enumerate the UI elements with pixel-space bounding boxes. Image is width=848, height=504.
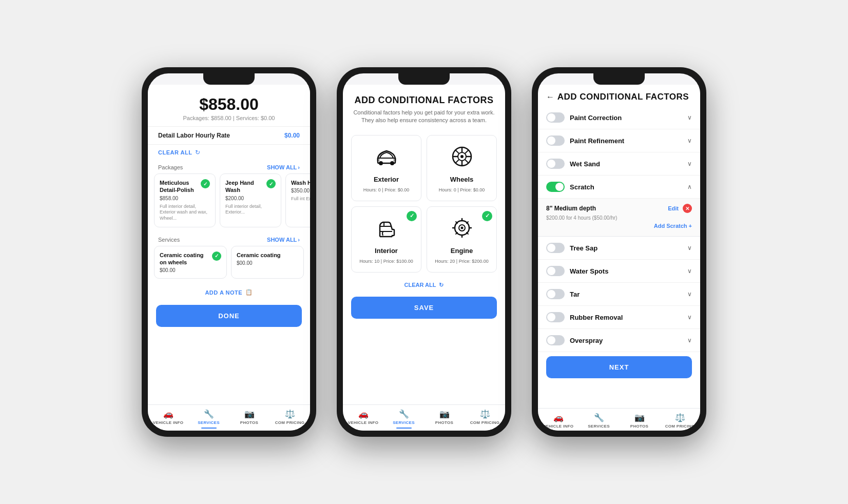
- package-price-1: $200.00: [225, 196, 276, 201]
- p2-clear-row[interactable]: CLEAR ALL ↻: [343, 278, 505, 293]
- p2-nav-vehicle[interactable]: 🚗 VEHICLE INFO: [343, 409, 383, 429]
- factor-card-engine[interactable]: ✓: [427, 206, 497, 273]
- p1-add-note[interactable]: ADD A NOTE 📋: [148, 284, 310, 301]
- p3-nav-photos-label: PHOTOS: [630, 424, 648, 429]
- services-show-all[interactable]: SHOW ALL ›: [267, 237, 300, 243]
- p2-nav-vehicle-label: VEHICLE INFO: [348, 420, 379, 425]
- p1-subtitle: Packages: $858.00 | Services: $0.00: [158, 115, 300, 121]
- p2-refresh-icon: ↻: [439, 282, 444, 288]
- chevron-paint-correction: ∨: [687, 114, 692, 121]
- p1-done-button[interactable]: DONE: [156, 305, 302, 327]
- phone-1: $858.00 Packages: $858.00 | Services: $0…: [142, 67, 316, 437]
- factor-scratch[interactable]: Scratch ∧: [538, 176, 700, 199]
- scratch-expanded-section: 8" Medium depth Edit ✕ $200.00 for 4 hou…: [538, 199, 700, 237]
- factor-rubber-removal[interactable]: Rubber Removal ∨: [538, 306, 700, 329]
- service-card-0[interactable]: Ceramic coating on wheels $00.00: [154, 246, 227, 279]
- package-card-1[interactable]: Jeep Hand Wash $200.00 Full interior det…: [220, 173, 281, 227]
- p3-bottom-nav: 🚗 VEHICLE INFO 🔧 SERVICES 📷 PHOTOS ⚖️ CO…: [538, 408, 700, 431]
- packages-show-all[interactable]: SHOW ALL ›: [267, 164, 300, 170]
- scratch-edit-btn[interactable]: Edit: [668, 205, 679, 211]
- p1-nav-services[interactable]: 🔧 SERVICES: [188, 409, 229, 429]
- p2-nav-services[interactable]: 🔧 SERVICES: [383, 409, 424, 429]
- factor-paint-refinement[interactable]: Paint Refinement ∨: [538, 129, 700, 152]
- p2-nav-pricing[interactable]: ⚖️ COM PRICING: [465, 409, 505, 429]
- refresh-icon: ↻: [195, 149, 200, 156]
- p1-rate-label: Detail Labor Hourly Rate: [158, 132, 230, 139]
- p3-nav-services[interactable]: 🔧 SERVICES: [579, 413, 619, 429]
- factor-card-interior[interactable]: ✓ Interior Hours:: [351, 206, 421, 273]
- svg-line-11: [455, 150, 459, 153]
- tree-sap-label: Tree Sap: [570, 244, 682, 252]
- chevron-wet-sand: ∨: [687, 160, 692, 167]
- p3-nav-pricing-label: COM PRICING: [665, 424, 695, 429]
- factor-wet-sand[interactable]: Wet Sand ∨: [538, 152, 700, 176]
- p1-nav-vehicle-label: VEHICLE INFO: [153, 420, 184, 425]
- package-desc-0: Full interior detail, Exterior wash and …: [160, 204, 210, 222]
- factor-overspray[interactable]: Overspray ∨: [538, 329, 700, 352]
- phones-container: $858.00 Packages: $858.00 | Services: $0…: [126, 52, 722, 452]
- exterior-meta: Hours: 0 | Price: $0.00: [363, 187, 409, 192]
- p1-clear-row[interactable]: CLEAR ALL ↻: [148, 145, 310, 160]
- p1-nav-pricing[interactable]: ⚖️ COM PRICING: [269, 409, 310, 429]
- wrench-icon-3: 🔧: [594, 413, 604, 422]
- toggle-paint-refinement[interactable]: [546, 135, 565, 146]
- scratch-delete-btn[interactable]: ✕: [683, 204, 692, 213]
- factor-water-spots[interactable]: Water Spots ∨: [538, 260, 700, 283]
- phone-2-inner: ADD CONDITIONAL FACTORS Conditional fact…: [343, 73, 505, 431]
- scratch-actions: Edit ✕: [668, 204, 692, 213]
- package-desc-1: Full interior detail, Exterior...: [225, 204, 276, 216]
- p3-header-row: ← ADD CONDITIONAL FACTORS: [538, 85, 700, 106]
- toggle-wet-sand[interactable]: [546, 159, 565, 169]
- factor-tar[interactable]: Tar ∨: [538, 283, 700, 306]
- camera-icon-3: 📷: [634, 413, 645, 422]
- interior-check: ✓: [407, 211, 417, 221]
- back-arrow[interactable]: ←: [546, 92, 554, 102]
- nav-active-indicator-2: [396, 428, 412, 429]
- package-card-2[interactable]: Wash Hand $350.00 Full int Exterio wax..…: [285, 173, 310, 227]
- note-icon: 📋: [245, 289, 253, 296]
- p3-nav-photos[interactable]: 📷 PHOTOS: [619, 413, 660, 429]
- service-card-1[interactable]: Ceramic coating $00.00: [231, 246, 304, 279]
- engine-icon: [449, 215, 475, 243]
- p3-nav-vehicle[interactable]: 🚗 VEHICLE INFO: [538, 413, 579, 429]
- package-desc-2: Full int Exterio wax...: [291, 196, 310, 202]
- scratch-item-0: 8" Medium depth Edit ✕: [546, 204, 692, 213]
- factor-card-exterior[interactable]: Exterior Hours: 0 | Price: $0.00: [351, 135, 421, 201]
- p3-nav-pricing[interactable]: ⚖️ COM PRICING: [660, 413, 700, 429]
- p1-nav-photos[interactable]: 📷 PHOTOS: [229, 409, 269, 429]
- scale-icon-2: ⚖️: [480, 409, 490, 419]
- notch-3: [593, 73, 645, 85]
- phone-2: ADD CONDITIONAL FACTORS Conditional fact…: [337, 67, 511, 437]
- factor-paint-correction[interactable]: Paint Correction ∨: [538, 106, 700, 129]
- p2-save-button[interactable]: SAVE: [351, 297, 497, 319]
- p3-next-button[interactable]: NEXT: [546, 356, 692, 378]
- toggle-paint-correction[interactable]: [546, 112, 565, 123]
- toggle-tree-sap[interactable]: [546, 243, 565, 253]
- chevron-tree-sap: ∨: [687, 244, 692, 251]
- svg-point-17: [460, 226, 463, 229]
- p2-bottom-nav: 🚗 VEHICLE INFO 🔧 SERVICES 📷 PHOTOS ⚖️ CO…: [343, 404, 505, 431]
- toggle-scratch[interactable]: [546, 182, 565, 192]
- svg-point-6: [460, 155, 464, 158]
- p2-clear-label: CLEAR ALL: [404, 282, 436, 288]
- p1-header: $858.00 Packages: $858.00 | Services: $0…: [148, 85, 310, 126]
- factor-tree-sap[interactable]: Tree Sap ∨: [538, 237, 700, 260]
- p1-clear-text: CLEAR ALL: [158, 149, 192, 156]
- phone-1-content: $858.00 Packages: $858.00 | Services: $0…: [148, 85, 310, 404]
- package-card-0[interactable]: Meticulous Detail-Polish $858.00 Full in…: [154, 173, 216, 227]
- p3-nav-vehicle-label: VEHICLE INFO: [543, 424, 574, 429]
- p1-nav-vehicle[interactable]: 🚗 VEHICLE INFO: [148, 409, 188, 429]
- toggle-water-spots[interactable]: [546, 266, 565, 276]
- p2-nav-photos[interactable]: 📷 PHOTOS: [424, 409, 465, 429]
- overspray-label: Overspray: [570, 337, 682, 344]
- toggle-rubber-removal[interactable]: [546, 312, 565, 322]
- factor-grid: Exterior Hours: 0 | Price: $0.00: [343, 130, 505, 278]
- wheels-name: Wheels: [450, 176, 474, 183]
- p2-title: ADD CONDITIONAL FACTORS: [353, 95, 495, 106]
- toggle-tar[interactable]: [546, 289, 565, 299]
- factor-card-wheels[interactable]: Wheels Hours: 0 | Price: $0.00: [427, 135, 497, 201]
- toggle-overspray[interactable]: [546, 335, 565, 345]
- car-icon-2: 🚗: [358, 409, 369, 419]
- svg-line-13: [465, 150, 469, 153]
- add-scratch-btn[interactable]: Add Scratch +: [546, 221, 692, 231]
